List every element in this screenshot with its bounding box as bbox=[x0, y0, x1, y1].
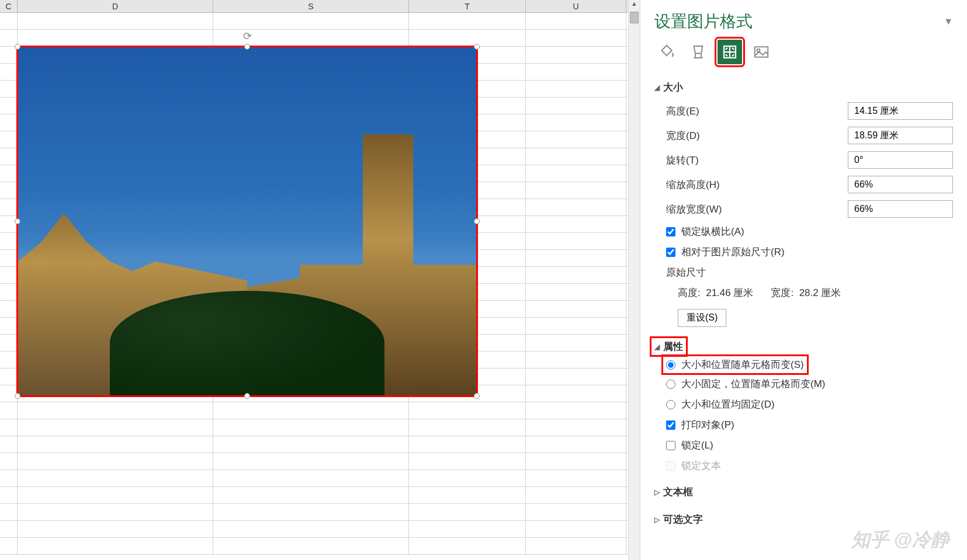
col-header-t[interactable]: T bbox=[409, 0, 526, 12]
resize-handle-w[interactable] bbox=[15, 218, 20, 224]
cell[interactable] bbox=[213, 504, 409, 520]
cell[interactable] bbox=[526, 267, 626, 283]
scale-height-spinner[interactable]: ▲▼ bbox=[848, 176, 953, 193]
cell[interactable] bbox=[0, 81, 18, 97]
cell[interactable] bbox=[0, 538, 18, 554]
cell[interactable] bbox=[0, 487, 18, 503]
cell[interactable] bbox=[526, 250, 626, 266]
cell[interactable] bbox=[213, 470, 409, 486]
cell[interactable] bbox=[0, 419, 18, 436]
cell[interactable] bbox=[0, 250, 18, 266]
cell[interactable] bbox=[526, 148, 626, 165]
cell[interactable] bbox=[0, 131, 18, 148]
resize-handle-n[interactable] bbox=[244, 44, 250, 50]
width-spinner[interactable]: ▲▼ bbox=[848, 127, 953, 144]
spreadsheet-area[interactable]: C D S T U ⟳ bbox=[0, 0, 628, 560]
resize-handle-e[interactable] bbox=[474, 218, 480, 224]
cell[interactable] bbox=[0, 284, 18, 300]
grid-row[interactable] bbox=[0, 13, 628, 30]
resize-handle-nw[interactable] bbox=[15, 44, 20, 50]
cell[interactable] bbox=[18, 419, 213, 436]
cell[interactable] bbox=[0, 216, 18, 232]
section-alttext-header[interactable]: ▷可选文字 bbox=[654, 508, 953, 531]
cell[interactable] bbox=[0, 470, 18, 486]
cell[interactable] bbox=[0, 47, 18, 63]
cell[interactable] bbox=[0, 436, 18, 453]
cell[interactable] bbox=[526, 13, 626, 29]
cell[interactable] bbox=[213, 487, 409, 503]
height-spinner[interactable]: ▲▼ bbox=[848, 102, 953, 120]
cell[interactable] bbox=[213, 436, 409, 453]
cell[interactable] bbox=[409, 521, 526, 537]
cell[interactable] bbox=[0, 233, 18, 249]
cell[interactable] bbox=[526, 165, 626, 182]
resize-handle-sw[interactable] bbox=[15, 393, 20, 399]
resize-handle-s[interactable] bbox=[244, 393, 250, 399]
cell[interactable] bbox=[409, 453, 526, 469]
cell[interactable] bbox=[0, 301, 18, 317]
cell[interactable] bbox=[0, 114, 18, 131]
cell[interactable] bbox=[526, 368, 626, 385]
cell[interactable] bbox=[0, 199, 18, 215]
selected-image-frame[interactable]: ⟳ bbox=[16, 46, 478, 397]
grid-row[interactable] bbox=[0, 470, 628, 487]
cell[interactable] bbox=[409, 487, 526, 503]
cell[interactable] bbox=[409, 504, 526, 520]
cell[interactable] bbox=[213, 538, 409, 554]
cell[interactable] bbox=[0, 267, 18, 283]
cell[interactable] bbox=[409, 436, 526, 453]
cell[interactable] bbox=[526, 402, 626, 419]
col-header-d[interactable]: D bbox=[18, 0, 213, 12]
cell[interactable] bbox=[526, 98, 626, 114]
cell[interactable] bbox=[526, 131, 626, 148]
cell[interactable] bbox=[409, 13, 526, 29]
cell[interactable] bbox=[409, 30, 526, 46]
fill-icon[interactable] bbox=[654, 40, 679, 64]
cell[interactable] bbox=[526, 385, 626, 402]
cell[interactable] bbox=[409, 419, 526, 436]
print-object-checkbox[interactable]: 打印对象(P) bbox=[654, 415, 953, 435]
cell[interactable] bbox=[0, 352, 18, 368]
cell[interactable] bbox=[526, 504, 626, 520]
cell[interactable] bbox=[526, 419, 626, 436]
radio-dont-move[interactable]: 大小和位置均固定(D) bbox=[666, 394, 953, 415]
cell[interactable] bbox=[18, 470, 213, 486]
grid-row[interactable] bbox=[0, 487, 628, 504]
locked-checkbox[interactable]: 锁定(L) bbox=[654, 435, 953, 455]
cell[interactable] bbox=[0, 335, 18, 351]
grid-row[interactable] bbox=[0, 402, 628, 419]
grid-row[interactable] bbox=[0, 521, 628, 538]
width-input[interactable] bbox=[848, 130, 967, 141]
cell[interactable] bbox=[213, 453, 409, 469]
section-properties-header[interactable]: ◢属性 bbox=[651, 338, 687, 356]
col-header-u[interactable]: U bbox=[526, 0, 626, 12]
cell[interactable] bbox=[0, 318, 18, 334]
cell[interactable] bbox=[0, 64, 18, 80]
grid-row[interactable] bbox=[0, 538, 628, 555]
section-textbox-header[interactable]: ▷文本框 bbox=[654, 481, 953, 503]
rotation-spinner[interactable]: ▲▼ bbox=[848, 151, 953, 169]
cell[interactable] bbox=[526, 318, 626, 334]
cell[interactable] bbox=[18, 504, 213, 520]
size-properties-icon[interactable] bbox=[718, 40, 742, 64]
cell[interactable] bbox=[526, 352, 626, 368]
cell[interactable] bbox=[213, 13, 409, 29]
cell[interactable] bbox=[18, 402, 213, 419]
effects-icon[interactable] bbox=[686, 40, 710, 64]
scale-width-spinner[interactable]: ▲▼ bbox=[848, 200, 953, 218]
cell[interactable] bbox=[526, 81, 626, 97]
cell[interactable] bbox=[526, 453, 626, 469]
cell[interactable] bbox=[18, 453, 213, 469]
pane-menu-icon[interactable]: ▼ bbox=[944, 16, 953, 27]
radio-move-only[interactable]: 大小固定，位置随单元格而变(M) bbox=[666, 374, 953, 394]
vertical-scrollbar[interactable]: ▲ bbox=[628, 0, 640, 560]
cell[interactable] bbox=[526, 538, 626, 554]
rotate-handle-icon[interactable]: ⟳ bbox=[241, 30, 253, 41]
cell[interactable] bbox=[213, 402, 409, 419]
cell[interactable] bbox=[526, 301, 626, 317]
cell[interactable] bbox=[0, 148, 18, 165]
cell[interactable] bbox=[213, 419, 409, 436]
cell[interactable] bbox=[526, 30, 626, 46]
radio-move-and-size[interactable]: 大小和位置随单元格而变(S) bbox=[663, 356, 807, 374]
grid-row[interactable] bbox=[0, 504, 628, 521]
